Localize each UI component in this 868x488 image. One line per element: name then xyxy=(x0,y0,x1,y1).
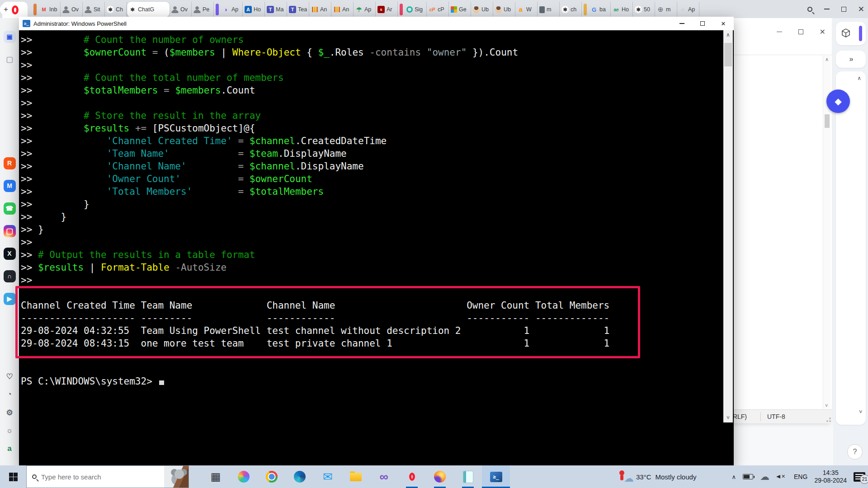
browser-tab[interactable]: aeHo xyxy=(611,2,633,17)
browser-tab[interactable]: TTea xyxy=(287,2,309,17)
browser-tab[interactable]: ✻Ch xyxy=(105,2,127,17)
browser-tab[interactable]: Sig xyxy=(405,2,427,17)
start-button[interactable] xyxy=(0,465,26,488)
panel-scroll-down-icon[interactable]: ˅ xyxy=(859,408,863,415)
browser-tab[interactable]: Pe xyxy=(192,2,214,17)
reddit-icon[interactable]: R xyxy=(0,152,19,174)
scrollbar-thumb[interactable] xyxy=(825,114,830,128)
battery-icon[interactable] xyxy=(743,474,753,479)
workspace-icon[interactable]: ▣ xyxy=(0,25,19,48)
browser-tab[interactable]: m xyxy=(538,2,560,17)
browser-tab[interactable]: Gba xyxy=(589,2,611,17)
onedrive-icon[interactable]: ☁ xyxy=(760,471,769,482)
edge-taskbar-button[interactable] xyxy=(286,465,314,488)
clock[interactable]: 14:35 29-08-2024 xyxy=(814,469,847,484)
extensions-card[interactable] xyxy=(836,22,866,45)
browser-tab[interactable]: ◗Ap xyxy=(221,2,243,17)
browser-tab[interactable]: AHo xyxy=(243,2,265,17)
headphones-icon[interactable]: ∩ xyxy=(0,265,19,287)
browser-tab[interactable]: Ge xyxy=(449,2,471,17)
opera-taskbar-button[interactable] xyxy=(398,465,426,488)
bulb-icon[interactable]: ☼ xyxy=(0,422,19,440)
browser-tab[interactable]: ✻ChatG xyxy=(127,2,170,17)
volume-muted-icon[interactable] xyxy=(776,473,787,480)
browser-tab[interactable]: ☂Ap xyxy=(354,2,376,17)
tab-group-indicator[interactable] xyxy=(584,4,587,15)
notes-taskbar-button[interactable] xyxy=(454,465,482,488)
notepad-maximize-button[interactable] xyxy=(798,29,803,34)
heart-icon[interactable]: ♡ xyxy=(0,367,19,385)
browser-tab[interactable]: aW xyxy=(515,2,538,17)
browser-tab[interactable]: Ov xyxy=(170,2,192,17)
browser-tab[interactable]: ✻50 xyxy=(633,2,655,17)
scrollbar-thumb[interactable] xyxy=(724,43,732,66)
browser-tab[interactable]: ◌Ap xyxy=(677,2,699,17)
browser-minimize-button[interactable] xyxy=(824,9,830,9)
expand-panel-button[interactable]: » xyxy=(836,51,866,68)
x-icon[interactable]: X xyxy=(0,242,19,265)
console-scrollbar[interactable]: ∧ ˅ xyxy=(723,30,733,422)
browser-close-button[interactable]: ✕ xyxy=(858,5,864,14)
browser-tab[interactable]: ✻ch xyxy=(560,2,582,17)
taskbar-search[interactable] xyxy=(26,465,189,488)
search-input[interactable] xyxy=(41,473,145,481)
powershell-taskbar-button[interactable]: ≥_ xyxy=(482,465,510,488)
visual-studio-taskbar-button[interactable]: ∞ xyxy=(370,465,398,488)
history-icon[interactable]: ◔ xyxy=(0,385,19,404)
tab-group-indicator[interactable] xyxy=(33,4,37,15)
instagram-icon[interactable]: ▢ xyxy=(0,220,19,242)
amazon-icon[interactable]: a xyxy=(0,440,19,458)
tab-group-indicator[interactable] xyxy=(400,4,403,15)
browser-tab[interactable]: MInb xyxy=(38,2,61,17)
scroll-up-icon[interactable]: ∧ xyxy=(825,56,829,62)
ps-minimize-button[interactable] xyxy=(671,17,692,30)
messenger-icon[interactable]: M xyxy=(0,174,19,197)
aria-gem-button[interactable]: ◆ xyxy=(826,89,850,113)
browser-restore-button[interactable] xyxy=(841,7,846,12)
weather-widget[interactable]: ☁ 33°C Mostly cloudy xyxy=(618,465,696,488)
circle-favicon: ◌ xyxy=(679,6,686,13)
chrome-taskbar-button[interactable] xyxy=(258,465,286,488)
firefox-taskbar-button[interactable] xyxy=(426,465,454,488)
search-icon xyxy=(32,474,37,479)
notification-center-icon[interactable]: 21 xyxy=(854,472,865,482)
browser-tab[interactable]: ⊕m xyxy=(655,2,677,17)
file-favicon xyxy=(539,6,545,13)
scroll-down-icon[interactable]: ˅ xyxy=(723,415,733,421)
browser-tab[interactable]: An xyxy=(331,2,354,17)
whatsapp-icon[interactable]: ☎ xyxy=(0,197,19,220)
browser-tab[interactable]: cPcP xyxy=(427,2,449,17)
tab-label: Ov xyxy=(180,6,188,13)
console-line: >> 'Channel Name' = $channel.DisplayName xyxy=(21,160,609,173)
settings-icon[interactable]: ⚙ xyxy=(0,404,19,422)
notepad-close-button[interactable]: ✕ xyxy=(820,28,826,36)
help-button[interactable]: ? xyxy=(847,444,863,460)
browser-tab[interactable]: sAr xyxy=(376,2,398,17)
task-view-taskbar-button[interactable]: ▦ xyxy=(202,465,230,488)
ps-maximize-button[interactable] xyxy=(692,17,713,30)
scroll-down-icon[interactable]: ˅ xyxy=(825,403,828,408)
collapse-icon[interactable]: ∧ xyxy=(857,75,861,81)
hidden-icons-chevron[interactable]: ∧ xyxy=(732,474,736,480)
search-tabs-icon[interactable] xyxy=(807,7,812,12)
panels-icon[interactable]: ▢ xyxy=(0,48,19,70)
powershell-title-bar[interactable]: ≥_ Administrator: Windows PowerShell ✕ xyxy=(19,17,734,30)
browser-tab[interactable]: Ub xyxy=(493,2,515,17)
browser-tab[interactable]: Sit xyxy=(83,2,105,17)
search-highlight-image[interactable] xyxy=(164,466,189,488)
console-output[interactable]: >> # Count the number of owners>> $owner… xyxy=(19,30,734,468)
browser-tab[interactable]: TMa xyxy=(265,2,287,17)
copilot-taskbar-button[interactable] xyxy=(230,465,258,488)
tab-group-indicator[interactable] xyxy=(216,4,219,15)
resize-grip[interactable] xyxy=(826,418,831,422)
browser-tab[interactable]: Ov xyxy=(61,2,83,17)
notepad-minimize-button[interactable] xyxy=(777,32,782,33)
browser-tab[interactable]: An xyxy=(309,2,331,17)
new-tab-button[interactable]: + xyxy=(0,4,12,15)
language-indicator[interactable]: ENG xyxy=(794,473,807,480)
explorer-taskbar-button[interactable] xyxy=(342,465,370,488)
ps-close-button[interactable]: ✕ xyxy=(713,17,734,30)
mail-taskbar-button[interactable]: ✉ xyxy=(314,465,342,488)
browser-tab[interactable]: Ub xyxy=(471,2,493,17)
scroll-up-icon[interactable]: ∧ xyxy=(723,32,733,38)
